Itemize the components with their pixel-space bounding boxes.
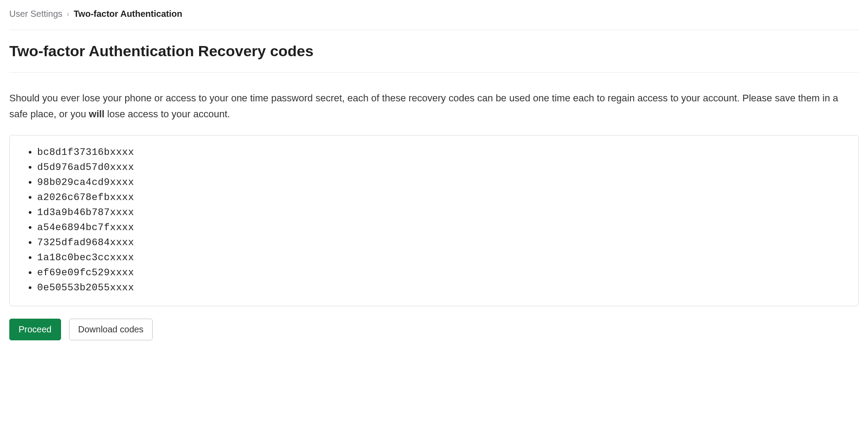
recovery-code: 7325dfad9684xxxx (37, 235, 850, 250)
recovery-code: 1d3a9b46b787xxxx (37, 205, 850, 220)
recovery-codes-box: bc8d1f37316bxxxx d5d976ad57d0xxxx 98b029… (9, 135, 859, 306)
recovery-code: bc8d1f37316bxxxx (37, 145, 850, 160)
description-after: lose access to your account. (104, 108, 230, 119)
page-title: Two-factor Authentication Recovery codes (9, 30, 859, 73)
recovery-code: ef69e09fc529xxxx (37, 266, 850, 281)
chevron-right-icon: › (67, 10, 69, 18)
recovery-code: d5d976ad57d0xxxx (37, 160, 850, 175)
description-text: Should you ever lose your phone or acces… (9, 73, 859, 135)
description-strong: will (89, 108, 104, 119)
recovery-code: 0e50553b2055xxxx (37, 281, 850, 296)
recovery-codes-list: bc8d1f37316bxxxx d5d976ad57d0xxxx 98b029… (18, 145, 850, 296)
proceed-button[interactable]: Proceed (9, 319, 61, 340)
breadcrumb: User Settings › Two-factor Authenticatio… (9, 0, 859, 30)
breadcrumb-parent-link[interactable]: User Settings (9, 9, 62, 19)
download-codes-button[interactable]: Download codes (69, 319, 153, 340)
recovery-code: 98b029ca4cd9xxxx (37, 175, 850, 190)
recovery-code: a2026c678efbxxxx (37, 190, 850, 205)
recovery-code: a54e6894bc7fxxxx (37, 220, 850, 235)
actions-row: Proceed Download codes (9, 319, 859, 354)
recovery-code: 1a18c0bec3ccxxxx (37, 250, 850, 266)
breadcrumb-current: Two-factor Authentication (73, 9, 182, 19)
